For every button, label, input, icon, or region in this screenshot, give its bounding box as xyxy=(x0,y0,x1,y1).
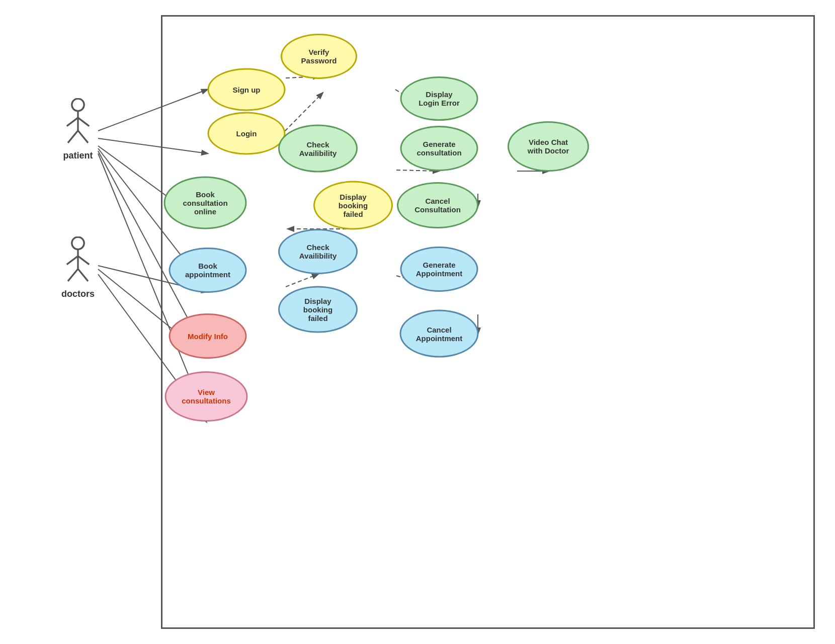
usecase-cancel-appt[interactable]: Cancel Appointment xyxy=(400,310,479,358)
doctors-label: doctors xyxy=(61,289,95,299)
svg-line-27 xyxy=(78,130,88,142)
svg-line-33 xyxy=(78,269,88,281)
usecase-check-avail1[interactable]: Check Availibility xyxy=(278,125,358,173)
actor-patient: patient xyxy=(60,98,96,161)
svg-line-25 xyxy=(78,118,89,126)
usecase-disp-login-err[interactable]: Display Login Error xyxy=(400,76,478,121)
usecase-verify-pwd[interactable]: Verify Password xyxy=(281,34,357,79)
usecase-disp-book-fail2[interactable]: Display booking failed xyxy=(278,286,358,333)
svg-line-32 xyxy=(68,269,78,281)
usecase-video-chat[interactable]: Video Chat with Doctor xyxy=(508,121,589,172)
usecase-view-consult[interactable]: View consultations xyxy=(165,371,248,422)
svg-line-24 xyxy=(67,118,78,126)
usecase-book-appt[interactable]: Book appointment xyxy=(169,248,247,293)
usecase-modify-info[interactable]: Modify Info xyxy=(169,313,247,359)
patient-icon xyxy=(60,98,96,148)
usecase-check-avail2[interactable]: Check Availibility xyxy=(278,229,358,274)
svg-point-28 xyxy=(72,237,84,249)
svg-line-26 xyxy=(68,130,78,142)
usecase-gen-consult[interactable]: Generate consultation xyxy=(400,126,478,171)
svg-point-22 xyxy=(72,99,84,111)
doctors-icon xyxy=(60,236,96,287)
usecase-signup[interactable]: Sign up xyxy=(208,68,286,111)
svg-line-30 xyxy=(67,256,78,265)
patient-label: patient xyxy=(63,150,93,161)
usecase-disp-book-fail1[interactable]: Display booking failed xyxy=(313,181,393,230)
svg-line-31 xyxy=(78,256,89,265)
usecase-gen-appt[interactable]: Generate Appointment xyxy=(400,247,478,292)
usecase-book-consult[interactable]: Book consultation online xyxy=(164,177,247,229)
actor-doctors: doctors xyxy=(60,236,96,299)
usecase-cancel-consult[interactable]: Cancel Consultation xyxy=(397,182,478,228)
diagram-container: patient doctors Sign up Login Book consu… xyxy=(0,0,835,644)
usecase-login[interactable]: Login xyxy=(208,112,286,155)
